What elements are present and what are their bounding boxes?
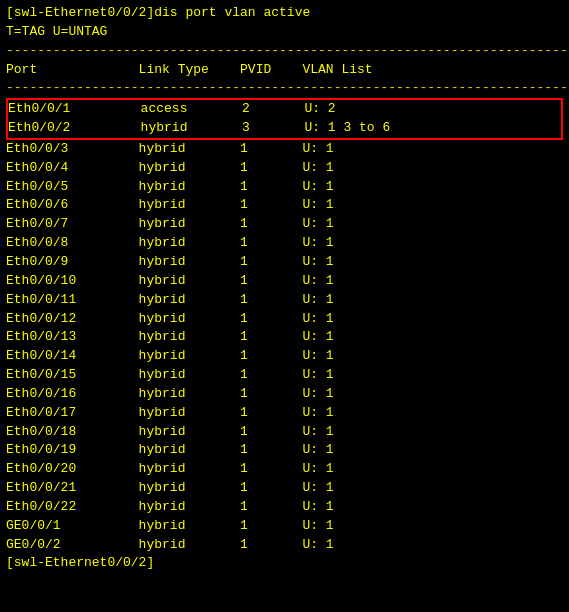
table-row: Eth0/0/5 hybrid 1 U: 1 (6, 178, 563, 197)
table-row: Eth0/0/4 hybrid 1 U: 1 (6, 159, 563, 178)
table-row: Eth0/0/9 hybrid 1 U: 1 (6, 253, 563, 272)
table-row: Eth0/0/7 hybrid 1 U: 1 (6, 215, 563, 234)
bottom-prompt: [swl-Ethernet0/0/2] (6, 554, 563, 573)
table-row: Eth0/0/20 hybrid 1 U: 1 (6, 460, 563, 479)
table-row: Eth0/0/10 hybrid 1 U: 1 (6, 272, 563, 291)
separator-top: ----------------------------------------… (6, 42, 563, 61)
highlighted-row-2: Eth0/0/2 hybrid 3 U: 1 3 to 6 (8, 119, 561, 138)
table-row: Eth0/0/3 hybrid 1 U: 1 (6, 140, 563, 159)
table-row: Eth0/0/17 hybrid 1 U: 1 (6, 404, 563, 423)
separator-bottom: ----------------------------------------… (6, 79, 563, 98)
table-row: Eth0/0/12 hybrid 1 U: 1 (6, 310, 563, 329)
table-row: Eth0/0/21 hybrid 1 U: 1 (6, 479, 563, 498)
table-row: Eth0/0/6 hybrid 1 U: 1 (6, 196, 563, 215)
table-row: GE0/0/2 hybrid 1 U: 1 (6, 536, 563, 555)
table-row: Eth0/0/19 hybrid 1 U: 1 (6, 441, 563, 460)
legend-line: T=TAG U=UNTAG (6, 23, 563, 42)
data-rows: Eth0/0/3 hybrid 1 U: 1Eth0/0/4 hybrid 1 … (6, 140, 563, 555)
table-row: Eth0/0/15 hybrid 1 U: 1 (6, 366, 563, 385)
table-row: Eth0/0/16 hybrid 1 U: 1 (6, 385, 563, 404)
table-row: Eth0/0/18 hybrid 1 U: 1 (6, 423, 563, 442)
command-line: [swl-Ethernet0/0/2]dis port vlan active (6, 4, 563, 23)
table-row: Eth0/0/13 hybrid 1 U: 1 (6, 328, 563, 347)
terminal-window: [swl-Ethernet0/0/2]dis port vlan active … (6, 4, 563, 573)
table-row: Eth0/0/22 hybrid 1 U: 1 (6, 498, 563, 517)
highlighted-row-1: Eth0/0/1 access 2 U: 2 (8, 100, 561, 119)
table-row: Eth0/0/11 hybrid 1 U: 1 (6, 291, 563, 310)
table-row: Eth0/0/8 hybrid 1 U: 1 (6, 234, 563, 253)
highlighted-rows-block: Eth0/0/1 access 2 U: 2 Eth0/0/2 hybrid 3… (6, 98, 563, 140)
column-headers: Port Link Type PVID VLAN List (6, 61, 563, 80)
table-row: GE0/0/1 hybrid 1 U: 1 (6, 517, 563, 536)
table-row: Eth0/0/14 hybrid 1 U: 1 (6, 347, 563, 366)
